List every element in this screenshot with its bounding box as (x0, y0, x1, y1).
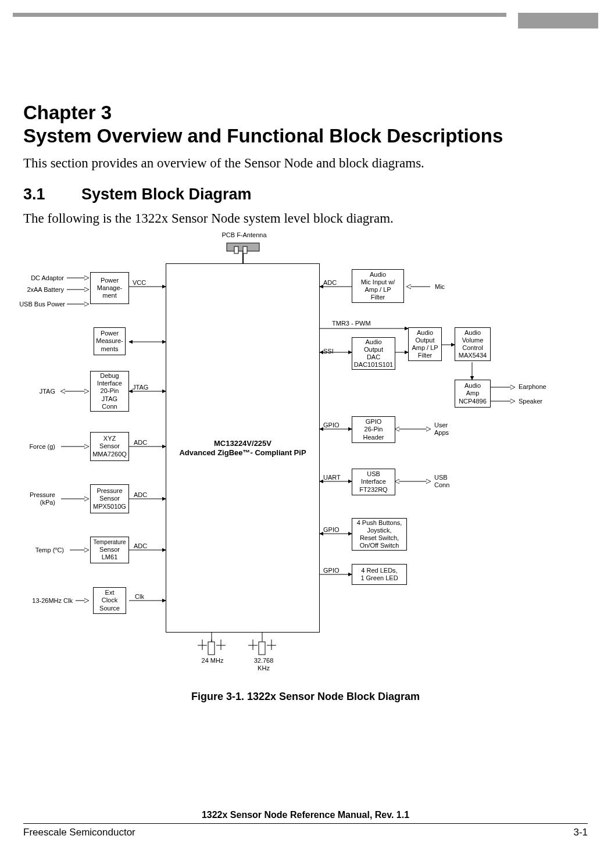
gpio2-label: GPIO (323, 526, 340, 534)
main-chip-line1: MC13224V/225V (214, 439, 271, 448)
uart-label: UART (323, 474, 341, 481)
xyz-box: XYZ Sensor MMA7260Q (90, 432, 129, 461)
antenna-label: PCB F-Antenna (215, 231, 273, 239)
speaker-label: Speaker (519, 398, 542, 405)
audio-amp-lp-l3: Amp / LP (412, 344, 438, 352)
debug-box: Debug Interface 20-Pin JTAG Conn (90, 371, 129, 412)
leds-box: 4 Red LEDs, 1 Green LED (352, 564, 407, 585)
buttons-l3: Reset Switch, (360, 534, 399, 542)
power-mgmt-l1: Power (101, 277, 119, 284)
force-label: Force (g) (23, 443, 55, 451)
debug-l4: JTAG (102, 395, 117, 403)
audio-amp-box: Audio Amp NCP4896 (455, 380, 491, 408)
jtag-left-label: JTAG (23, 388, 55, 395)
press-l2: Sensor (99, 495, 120, 502)
gpio-hdr-l1: GPIO (366, 418, 382, 426)
power-meas-l1: Power (101, 330, 119, 337)
mic-label: Mic (435, 283, 445, 291)
debug-l2: Interface (97, 380, 122, 387)
tmr3-label: TMR3 - PWM (332, 320, 371, 327)
press-l3: MPX5010G (93, 503, 126, 510)
buttons-l4: On/Off Switch (360, 542, 399, 549)
main-chip-line2: Advanced ZigBee™- Compliant PiP (179, 448, 306, 458)
jtag-conn-label: JTAG (133, 384, 148, 391)
gpio-header-box: GPIO 26-Pin Header (352, 416, 395, 443)
usb-if-l3: FT232RQ (359, 486, 387, 494)
debug-l3: 20-Pin (101, 387, 119, 395)
extclk-label: 13-26MHz Clk (20, 597, 73, 605)
press-l1: Pressure (97, 487, 122, 495)
power-mgmt-l3: ment (102, 292, 116, 299)
audio-dac-l1: Audio (365, 338, 381, 346)
gpio-hdr-l2: 26-Pin (365, 426, 383, 433)
audio-amp-lp-l2: Output (415, 337, 434, 344)
svg-rect-17 (234, 247, 238, 253)
intro-paragraph: This section provides an overview of the… (23, 156, 424, 171)
usb-if-l2: Interface (361, 478, 386, 485)
audio-amp2-l1: Audio (464, 382, 481, 390)
figure-caption: Figure 3-1. 1322x Sensor Node Block Diag… (0, 691, 611, 703)
dc-adaptor-label: DC Adaptor (23, 274, 64, 282)
footer-rule (23, 823, 588, 824)
audio-vol-l4: MAX5434 (459, 352, 487, 359)
audio-amp2-l2: Amp (466, 390, 480, 397)
section-number: 3.1 (23, 185, 45, 203)
gpio3-label: GPIO (323, 567, 340, 574)
top-rule (13, 13, 598, 31)
xtal-32khz-l2: KHz (248, 665, 280, 672)
audio-dac-l2: Output (364, 346, 383, 353)
pressure-label2: (kPa) (23, 499, 55, 506)
extclk-l1: Ext (105, 589, 115, 596)
audio-amp-lp-l4: Filter (418, 352, 432, 359)
audio-vol-l3: Control (462, 344, 483, 352)
leds-l2: 1 Green LED (360, 574, 398, 582)
usb-if-l1: USB (367, 470, 380, 478)
earphone-label: Earphone (519, 383, 546, 391)
temp-l3: LM61 (102, 553, 118, 561)
audio-dac-l4: DAC101S101 (354, 361, 393, 369)
xtal-24mhz-label: 24 MHz (196, 657, 228, 665)
chapter-number: Chapter 3 (23, 102, 112, 124)
svg-rect-18 (243, 247, 247, 253)
temp-label: Temp (ºC) (23, 546, 64, 554)
vcc-label: VCC (133, 279, 146, 287)
battery-label: 2xAA Battery (23, 286, 64, 294)
debug-l5: Conn (102, 403, 117, 410)
power-mgmt-box: Power Manage- ment (90, 272, 129, 304)
xyz-l2: Sensor (99, 442, 120, 450)
audio-vol-l1: Audio (464, 329, 481, 337)
user-apps-l2: Apps (434, 429, 449, 437)
footer-title: 1322x Sensor Node Reference Manual, Rev.… (0, 810, 611, 820)
audio-vol-l2: Volume (462, 337, 484, 344)
power-mgmt-l2: Manage- (97, 284, 122, 292)
audio-amp-lp-box: Audio Output Amp / LP Filter (408, 327, 442, 361)
pressure-box: Pressure Sensor MPX5010G (90, 484, 129, 513)
xyz-l3: MMA7260Q (92, 451, 127, 458)
mic-in-l1: Audio (370, 271, 386, 278)
adc1-label: ADC (134, 439, 147, 446)
adc-right-label: ADC (323, 279, 337, 287)
svg-rect-21 (208, 642, 215, 655)
ssi-label: SSI (323, 348, 334, 355)
chapter-title: System Overview and Functional Block Des… (23, 125, 503, 147)
temp-box: Temperature Sensor LM61 (90, 537, 129, 563)
buttons-l1: 4 Push Buttons, (357, 519, 402, 527)
leds-l1: 4 Red LEDs, (361, 567, 397, 574)
power-meas-box: Power Measure- ments (94, 327, 126, 355)
svg-rect-29 (259, 642, 265, 655)
usb-conn-l2: Conn (434, 481, 449, 489)
main-chip-box: MC13224V/225V Advanced ZigBee™- Complian… (166, 263, 320, 633)
footer-left: Freescale Semiconductor (23, 827, 135, 838)
user-apps-l1: User (434, 422, 448, 429)
audio-dac-box: Audio Output DAC DAC101S101 (352, 337, 395, 370)
audio-mic-in-box: Audio Mic Input w/ Amp / LP Filter (352, 269, 404, 303)
adc3-label: ADC (134, 542, 147, 550)
block-diagram: MC13224V/225V Advanced ZigBee™- Complian… (23, 231, 581, 679)
gpio1-label: GPIO (323, 422, 340, 429)
pressure-label1: Pressure (23, 491, 55, 499)
mic-in-l3: Amp / LP (365, 286, 391, 294)
top-rule-block (518, 13, 598, 28)
audio-dac-l3: DAC (367, 353, 380, 361)
extclk-l3: Source (99, 605, 120, 612)
audio-amp-lp-l1: Audio (417, 329, 433, 337)
